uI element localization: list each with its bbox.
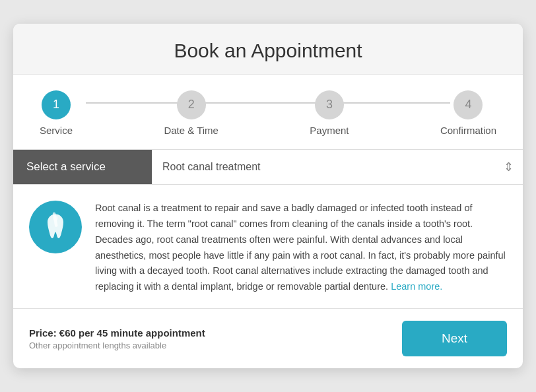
service-description-text: Root canal is a treatment to repair and … xyxy=(95,201,507,296)
service-desc-body: Root canal is a treatment to repair and … xyxy=(95,203,506,292)
price-sublabel: Other appointment lengths available xyxy=(29,341,205,350)
dental-icon xyxy=(40,211,71,243)
service-select-label: Select a service xyxy=(13,150,152,184)
step-confirmation: 4 Confirmation xyxy=(440,90,496,136)
step-3-circle: 3 xyxy=(315,90,344,119)
step-service: 1 Service xyxy=(40,90,73,136)
step-4-circle: 4 xyxy=(453,90,483,119)
modal-header: Book an Appointment xyxy=(13,24,523,75)
steps-container: 1 Service 2 Date & Time 3 Payment 4 Conf… xyxy=(13,75,523,149)
step-2-circle: 2 xyxy=(177,90,206,119)
service-icon-circle xyxy=(29,201,82,253)
step-3-label: Payment xyxy=(310,125,349,136)
steps-connector-line xyxy=(86,102,450,104)
step-payment: 3 Payment xyxy=(310,90,349,136)
modal-footer: Price: €60 per 45 minute appointment Oth… xyxy=(13,308,523,368)
modal-title: Book an Appointment xyxy=(26,40,510,62)
step-1-label: Service xyxy=(40,125,73,136)
svg-point-1 xyxy=(53,215,58,220)
service-select-wrapper: Root canal treatment Teeth Cleaning Toot… xyxy=(152,150,523,184)
step-4-number: 4 xyxy=(465,98,471,112)
learn-more-link[interactable]: Learn more. xyxy=(391,281,442,292)
step-4-label: Confirmation xyxy=(440,125,496,136)
booking-modal: Book an Appointment 1 Service 2 Date & T… xyxy=(13,24,523,369)
price-block: Price: €60 per 45 minute appointment Oth… xyxy=(29,327,205,350)
next-button[interactable]: Next xyxy=(402,321,507,356)
service-content-area: Root canal is a treatment to repair and … xyxy=(13,185,523,309)
service-dropdown[interactable]: Root canal treatment Teeth Cleaning Toot… xyxy=(152,150,523,184)
step-1-number: 1 xyxy=(53,98,59,112)
step-datetime: 2 Date & Time xyxy=(164,90,218,136)
step-2-number: 2 xyxy=(188,98,195,112)
step-2-label: Date & Time xyxy=(164,125,218,136)
step-3-number: 3 xyxy=(326,98,333,112)
step-1-circle: 1 xyxy=(42,90,71,119)
service-select-row: Select a service Root canal treatment Te… xyxy=(13,149,523,185)
price-label: Price: €60 per 45 minute appointment xyxy=(29,327,205,339)
